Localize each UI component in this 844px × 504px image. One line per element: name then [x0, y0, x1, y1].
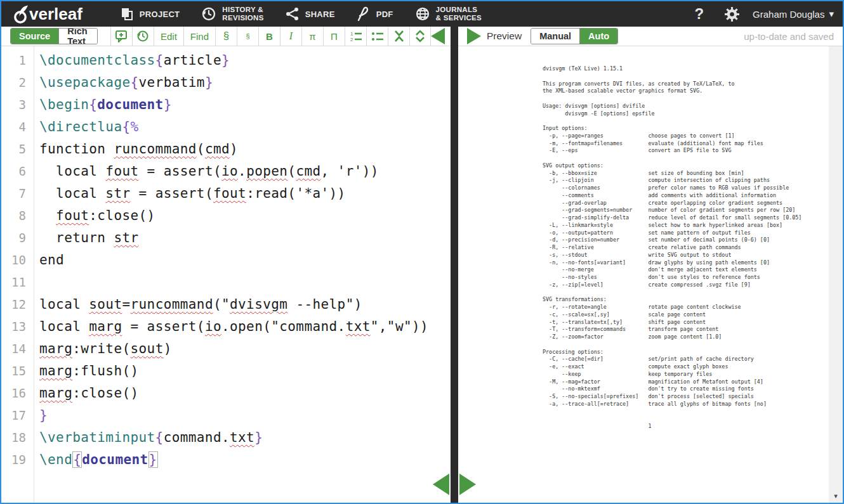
nav-pdf[interactable]: PDF [346, 1, 404, 27]
nav-history-revisions[interactable]: HISTORY & REVISIONS [190, 1, 274, 27]
rich-text-tab[interactable]: Rich Text [58, 29, 97, 44]
overleaf-leaf-o-icon [13, 4, 29, 24]
code-token: \directlua [39, 119, 122, 134]
inline-math-button[interactable]: π [301, 27, 323, 46]
code-token: = [122, 297, 130, 312]
code-line[interactable]: 10end [1, 249, 451, 271]
code-line[interactable]: 19\end{document} [1, 449, 451, 471]
code-token: { [155, 430, 164, 445]
code-line[interactable]: 2\usepackage{verbatim} [1, 72, 451, 94]
nav-journals-label-2: & SERVICES [436, 14, 482, 22]
nav-share-label: SHARE [305, 10, 335, 19]
settings-button[interactable] [714, 1, 750, 27]
code-token: } [221, 53, 230, 68]
top-nav: verleaf PROJECT HISTORY & REVISIONS [1, 1, 843, 27]
pane-divider[interactable] [451, 27, 458, 503]
bullet-list-icon [371, 30, 384, 42]
scrollbar-down-button[interactable]: ▾ [829, 490, 843, 501]
find-button[interactable]: Find [183, 27, 215, 46]
display-math-button[interactable]: Π [323, 27, 345, 46]
manual-compile-button[interactable]: Manual [531, 29, 579, 44]
code-token: io [205, 319, 221, 334]
collapse-preview-pane-arrow-bottom[interactable] [459, 474, 476, 495]
expand-button[interactable] [409, 27, 431, 46]
code-line[interactable]: 7 local str = assert(fout:read('*a')) [1, 183, 451, 205]
code-line[interactable]: 17} [1, 404, 451, 427]
scroll-down-icon: ▾ [834, 492, 838, 500]
collapse-preview-pane-arrow[interactable] [467, 28, 481, 44]
preview-scrollbar[interactable]: ▾ [829, 46, 843, 503]
user-menu[interactable]: Graham Douglas ▾ [750, 1, 836, 27]
nav-project[interactable]: PROJECT [109, 1, 191, 27]
code-token: article [164, 53, 221, 68]
edit-menu-button[interactable]: Edit [154, 27, 183, 46]
code-token: fout [56, 208, 89, 223]
code-line[interactable]: 18\verbatiminput{command.txt} [1, 427, 451, 449]
code-text: marg:flush() [34, 360, 139, 382]
code-line[interactable]: 8 fout:close() [1, 205, 451, 227]
code-text: end [34, 249, 64, 271]
code-text: function runcommand(cmd) [34, 138, 238, 160]
code-line[interactable]: 12local sout=runcommand("dvisvgm --help"… [1, 294, 451, 316]
code-text: } [34, 404, 48, 427]
nav-journals-services[interactable]: JOURNALS & SERVICES [404, 1, 492, 27]
code-line[interactable]: 11 [1, 271, 451, 294]
code-token: popen [246, 164, 287, 179]
code-token: .open("command. [221, 319, 346, 334]
line-number: 19 [1, 449, 34, 471]
code-token: { [122, 119, 130, 134]
collapse-editor-pane-arrow[interactable] [431, 28, 445, 44]
numbered-list-button[interactable]: 1 2 [345, 27, 366, 46]
overleaf-logo[interactable]: verleaf [9, 1, 86, 27]
code-line[interactable]: 16marg:close() [1, 382, 451, 404]
code-token: cmd [205, 141, 230, 157]
bullet-list-button[interactable] [366, 27, 388, 46]
code-token: local [39, 164, 105, 179]
code-token: \begin [39, 97, 89, 112]
comment-plus-icon [115, 30, 128, 42]
line-number: 18 [1, 427, 34, 449]
code-line[interactable]: 15marg:flush() [1, 360, 451, 382]
code-token: { [155, 53, 164, 68]
code-text: return str [34, 227, 139, 249]
code-token: txt [346, 319, 371, 334]
code-token: { [89, 97, 97, 112]
code-token: document [97, 97, 163, 112]
subsection-button[interactable]: § [237, 27, 258, 46]
nav-history-label-2: REVISIONS [222, 14, 263, 22]
help-button[interactable]: ? [684, 1, 714, 27]
code-line[interactable]: 9 return str [1, 227, 451, 249]
collapse-editor-pane-arrow-bottom[interactable] [433, 474, 449, 495]
preview-label: Preview [487, 30, 522, 42]
code-token: . [238, 164, 246, 179]
code-token: :write( [72, 341, 130, 356]
auto-compile-button[interactable]: Auto [579, 29, 617, 44]
preview-toolbar: Preview Manual Auto up-to-date and saved [458, 27, 843, 46]
italic-button[interactable]: I [280, 27, 301, 46]
section-button[interactable]: § [215, 27, 237, 46]
code-line[interactable]: 4\directlua{% [1, 116, 451, 138]
nav-history-label-1: HISTORY & [222, 6, 263, 14]
source-tab[interactable]: Source [11, 29, 58, 44]
code-line[interactable]: 14marg:write(sout) [1, 338, 451, 360]
code-line[interactable]: 6 local fout = assert(io.popen(cmd, 'r')… [1, 160, 451, 183]
line-number: 14 [1, 338, 34, 360]
code-text: marg:close() [34, 382, 139, 404]
code-token: (" [213, 297, 230, 312]
numbered-list-icon: 1 2 [350, 30, 362, 42]
bold-button[interactable]: B [258, 27, 280, 46]
code-line[interactable]: 5function runcommand(cmd) [1, 138, 451, 160]
svg-text:2: 2 [350, 37, 353, 42]
code-token: marg [39, 385, 72, 401]
add-comment-button[interactable] [110, 27, 132, 46]
code-editor[interactable]: 1\documentclass{article}2\usepackage{ver… [1, 46, 451, 503]
code-token: :close() [72, 385, 138, 401]
code-token: fout [105, 164, 138, 179]
track-changes-button[interactable] [132, 27, 154, 46]
code-text: \begin{document} [34, 94, 172, 116]
collapse-button[interactable] [388, 27, 409, 46]
code-line[interactable]: 13local marg = assert(io.open("command.t… [1, 316, 451, 338]
nav-share[interactable]: SHARE [275, 1, 346, 27]
code-line[interactable]: 3\begin{document} [1, 94, 451, 116]
code-line[interactable]: 1\documentclass{article} [1, 49, 451, 72]
